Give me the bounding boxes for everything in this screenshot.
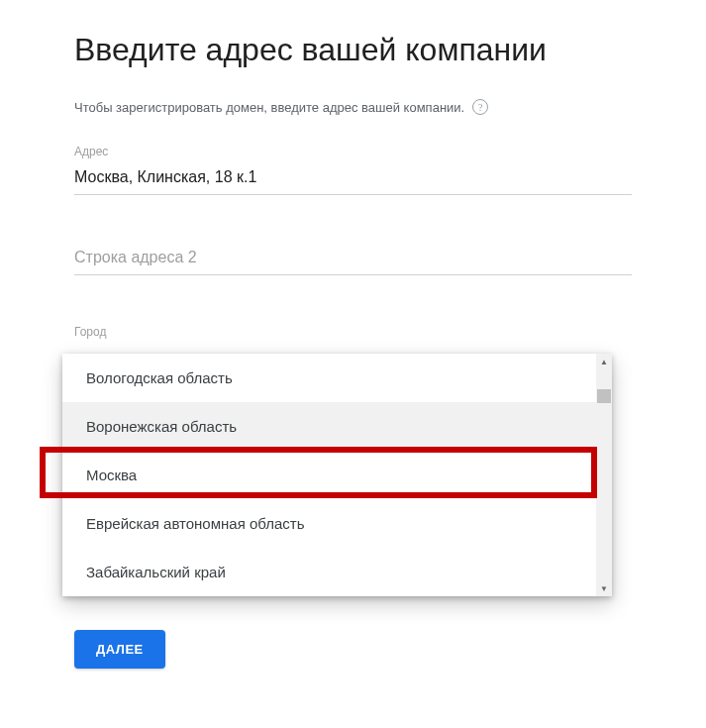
dropdown-item[interactable]: Вологодская область — [62, 354, 612, 402]
dropdown-item[interactable]: Забайкальский край — [62, 548, 612, 596]
scrollbar-thumb[interactable] — [597, 389, 611, 403]
page-title: Введите адрес вашей компании — [74, 30, 632, 69]
next-button[interactable]: ДАЛЕЕ — [74, 630, 165, 669]
address-input[interactable] — [74, 164, 632, 195]
address-label: Адрес — [74, 145, 632, 158]
scrollbar[interactable]: ▲ ▼ — [596, 354, 612, 596]
region-dropdown[interactable]: Вологодская областьВоронежская областьМо… — [62, 354, 612, 596]
dropdown-item[interactable]: Еврейская автономная область — [62, 499, 612, 548]
instruction-text: Чтобы зарегистрировать домен, введите ад… — [74, 100, 464, 115]
scroll-down-arrow[interactable]: ▼ — [596, 580, 612, 596]
dropdown-item[interactable]: Москва — [62, 451, 612, 499]
address2-input[interactable] — [74, 245, 632, 275]
dropdown-item[interactable]: Воронежская область — [62, 402, 612, 451]
scroll-up-arrow[interactable]: ▲ — [596, 354, 612, 369]
city-label: Город — [74, 325, 632, 339]
help-icon[interactable]: ? — [472, 99, 488, 115]
